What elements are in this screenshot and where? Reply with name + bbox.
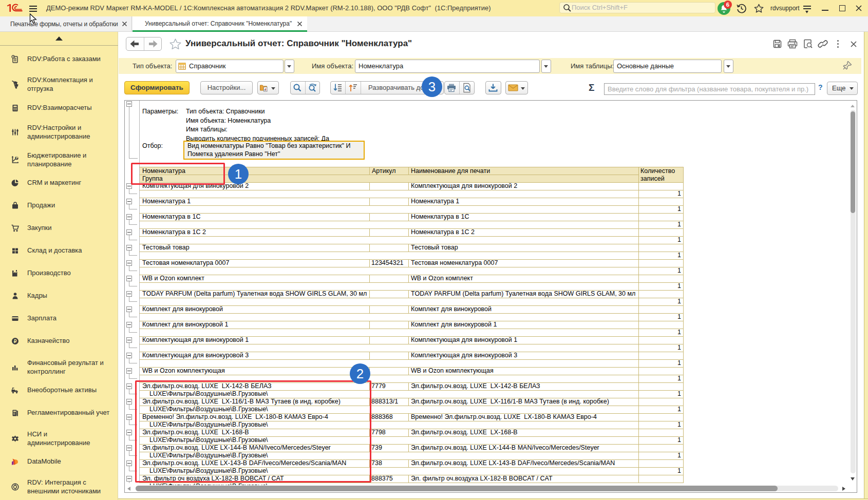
svg-text:₽: ₽ bbox=[14, 339, 17, 344]
svg-text:P: P bbox=[16, 156, 18, 160]
